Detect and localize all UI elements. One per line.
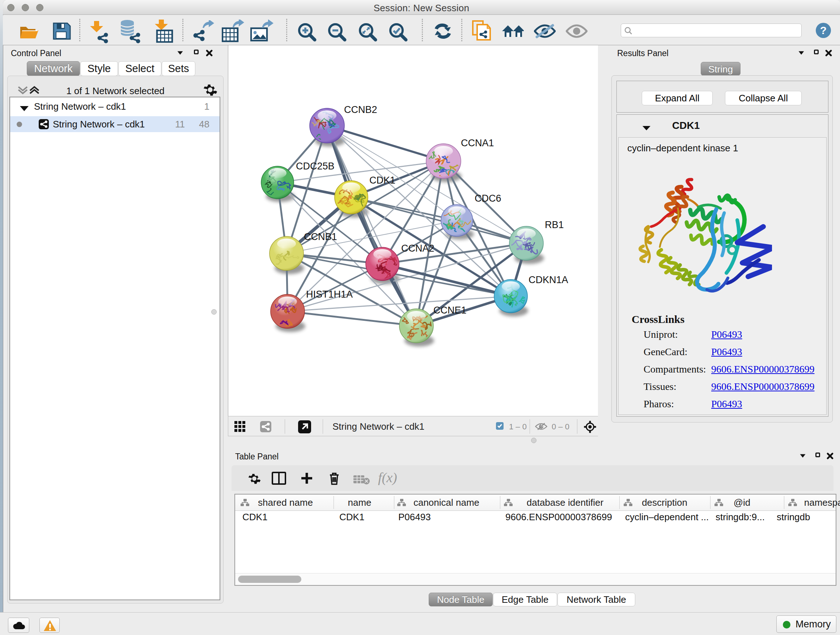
svg-text:CDC6: CDC6: [475, 193, 501, 204]
svg-text:RB1: RB1: [545, 219, 564, 230]
svg-text:CCNA2: CCNA2: [401, 243, 434, 254]
svg-text:HIST1H1A: HIST1H1A: [306, 289, 353, 300]
svg-text:CDK1: CDK1: [369, 175, 395, 186]
svg-text:CDC25B: CDC25B: [296, 161, 335, 172]
svg-text:CCNE1: CCNE1: [433, 305, 467, 316]
svg-text:CDKN1A: CDKN1A: [529, 274, 568, 285]
svg-text:CCNB2: CCNB2: [344, 104, 377, 115]
svg-text:CCNB1: CCNB1: [304, 231, 337, 242]
svg-text:CCNA1: CCNA1: [461, 138, 494, 149]
